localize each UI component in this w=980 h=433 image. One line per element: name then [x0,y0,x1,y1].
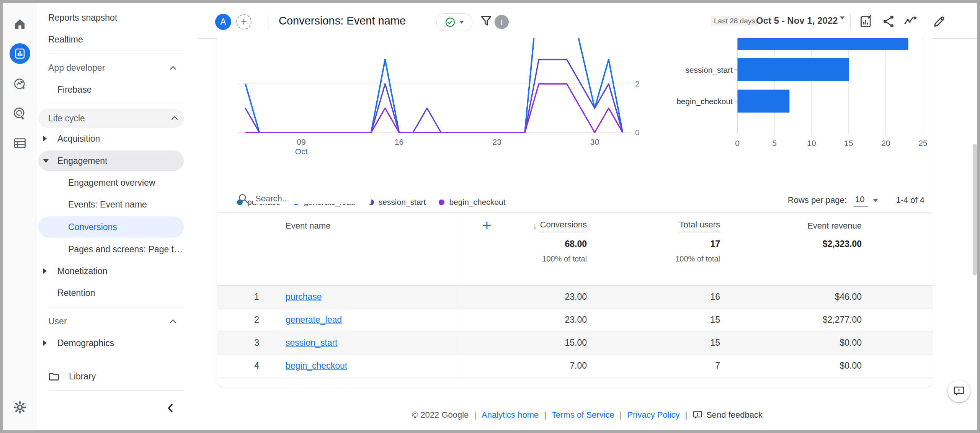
table-body: 1purchase23.0016$46.002generate_lead23.0… [217,285,933,377]
search-input[interactable] [255,193,371,204]
report-status-dropdown[interactable] [436,13,472,31]
funnel-icon[interactable] [480,15,492,27]
sidebar-item-events-event-name[interactable]: Events: Event name [37,194,198,216]
sidebar-item-label: Library [69,366,96,387]
settings-gear-icon[interactable] [8,396,31,419]
sidebar-item-retention[interactable]: Retention [37,282,198,304]
table-toolbar: Rows per page: 10 1-4 of 4 [217,188,933,213]
conversions-cell: 7.00 [462,355,587,377]
sidebar-item-label: Realtime [48,29,83,51]
sidebar-item-acquisition[interactable]: Acquisition [37,128,198,150]
chevron-up-icon[interactable] [168,317,178,327]
column-header-total-users[interactable]: Total users [587,213,720,239]
feedback-button[interactable] [948,380,970,402]
ga4-screenshot: Reports snapshotRealtimeApp developerFir… [0,0,980,433]
column-header-conversions[interactable]: ↓ Conversions [462,213,587,239]
search-box[interactable] [238,193,371,204]
edit-comparison-icon[interactable] [859,15,873,28]
sidebar-section-user[interactable]: User [37,310,198,332]
date-range-preset-label: Last 28 days [710,16,759,26]
spacer-cell [862,332,933,354]
table-row-generate_lead: 2generate_lead23.0015$2,277.00 [217,309,933,332]
explore-icon[interactable] [8,73,31,96]
sidebar-item-demographics[interactable]: Demographics [37,332,198,354]
column-header-event-revenue[interactable]: Event revenue [720,213,862,239]
svg-text:0: 0 [635,128,640,137]
event-name-link[interactable]: session_start [286,338,338,348]
sidebar-item-label: Monetization [57,260,107,282]
event-name-link[interactable]: generate_lead [286,315,342,325]
rows-per-page-label: Rows per page: [788,195,847,205]
table-row-purchase: 1purchase23.0016$46.00 [217,286,933,309]
nav-gap [37,354,198,366]
spacer-cell [862,309,933,331]
add-comparison-button[interactable]: + [236,14,252,29]
sidebar-item-reports-snapshot[interactable]: Reports snapshot [37,7,198,29]
sidebar-item-label: Reports snapshot [48,7,117,29]
total-users-cell: 16 [587,286,720,308]
totals-event-revenue: $2,323.00 [720,239,862,285]
caret-right-icon[interactable] [43,136,47,141]
footer-link-analytics-home[interactable]: Analytics home [482,410,539,420]
header-divider [268,14,268,29]
add-column-plus-icon[interactable] [481,220,493,231]
sidebar-item-monetization[interactable]: Monetization [37,260,198,282]
sidebar-item-conversions[interactable]: Conversions [38,216,184,238]
rows-per-page-select[interactable]: 10 [854,194,868,207]
home-icon[interactable] [8,12,31,35]
footer-link-privacy-policy[interactable]: Privacy Policy [627,410,680,420]
total-users-cell: 15 [587,332,720,354]
sidebar-item-label: Retention [57,282,95,304]
page-footer: © 2022 Google|Analytics home|Terms of Se… [198,410,977,420]
sidebar-item-pages-and-screens-page-ti[interactable]: Pages and screens: Page ti... [37,239,198,260]
sidebar-item-library[interactable]: Library [37,366,198,387]
footer-separator: | [620,410,622,420]
chevron-down-icon[interactable] [840,20,844,26]
share-icon[interactable] [882,15,896,28]
insights-icon[interactable] [903,15,918,28]
table-row-begin_checkout: 4begin_checkout7.007$0.00 [217,355,933,377]
collapse-left-icon[interactable] [165,402,176,414]
vertical-scrollbar[interactable] [973,144,977,275]
caret-right-icon[interactable] [43,340,47,346]
conversions-cell: 23.00 [462,286,587,308]
property-badge[interactable]: I [495,15,509,29]
sidebar-item-realtime[interactable]: Realtime [37,29,198,51]
sidebar-item-firebase[interactable]: Firebase [37,79,198,101]
chevron-up-icon[interactable] [170,113,180,123]
svg-text:begin_checkout: begin_checkout [676,97,733,106]
conversions-bar-chart: 0510152025session_startbegin_checkout [651,38,933,157]
send-feedback-label: Send feedback [706,410,763,420]
svg-text:session_start: session_start [685,65,733,75]
caret-down-icon[interactable] [43,159,49,163]
edit-icon[interactable] [933,15,946,28]
date-range-selector[interactable]: Oct 5 - Nov 1, 2022 [756,3,838,38]
reports-icon[interactable] [10,43,30,64]
sidebar-section-app-developer[interactable]: App developer [37,57,198,79]
spacer-cell [862,355,933,377]
column-header-event-name[interactable]: Event name [259,213,462,239]
conversions-cell: 23.00 [462,309,587,331]
sidebar-section-life-cycle[interactable]: Life cycle [38,109,184,128]
chevron-down-icon[interactable] [873,199,878,202]
advertising-icon[interactable] [8,102,31,125]
sidebar-item-engagement[interactable]: Engagement [38,150,184,171]
svg-text:16: 16 [395,137,403,146]
svg-text:15: 15 [844,139,853,147]
sidebar-item-label: Engagement [57,150,107,171]
sidebar-item-label: Firebase [57,79,91,101]
footer-link-terms-of-service[interactable]: Terms of Service [552,410,614,420]
configure-list-icon[interactable] [8,132,31,155]
row-index: 1 [217,286,259,308]
folder-icon [48,372,60,382]
send-feedback-link[interactable]: Send feedback [693,410,763,420]
caret-right-icon[interactable] [43,268,47,274]
event-name-link[interactable]: begin_checkout [286,361,347,371]
event-name-link[interactable]: purchase [286,292,322,302]
page-title: Conversions: Event name [279,3,406,38]
chevron-up-icon[interactable] [168,63,178,73]
avatar[interactable]: A [215,14,231,30]
event-name-cell: begin_checkout [259,355,462,377]
sidebar-item-engagement-overview[interactable]: Engagement overview [37,172,198,194]
table-row-session_start: 3session_start15.0015$0.00 [217,332,933,355]
